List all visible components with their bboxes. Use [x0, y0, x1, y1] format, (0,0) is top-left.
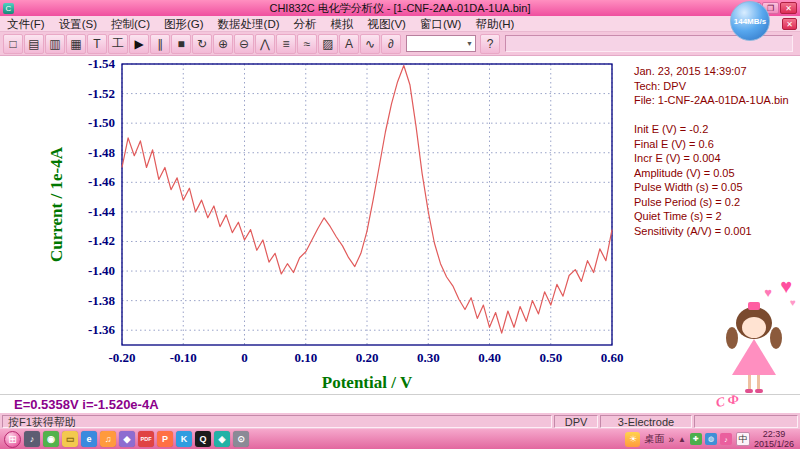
x-tick-label: 0.60	[601, 350, 624, 365]
tool-icon[interactable]: ◆	[119, 431, 135, 447]
info-line: File: 1-CNF-2AA-01DA-1UA.bin	[634, 93, 798, 108]
music-player-icon[interactable]: ♪	[24, 431, 40, 447]
status-electrode: 3-Electrode	[600, 415, 692, 428]
open-file-button[interactable]: ▤	[24, 34, 44, 54]
screen: C CHI832C 电化学分析仪 - [1-CNF-2AA-01DA-1UA.b…	[0, 0, 800, 449]
y-tick-label: -1.38	[88, 293, 116, 308]
sticker-letters: С Ф	[715, 391, 740, 411]
info-line: Final E (V) = 0.6	[634, 137, 798, 152]
info-line: Amplitude (V) = 0.05	[634, 166, 798, 181]
heart-icon: ♥	[790, 297, 796, 308]
desktop-toolbar-label[interactable]: 桌面	[644, 432, 664, 446]
overlay-plots-button[interactable]: ≈	[297, 34, 317, 54]
status-bar: 按F1获得帮助 DPV 3-Electrode	[0, 413, 800, 429]
pdf-reader-icon[interactable]: PDF	[138, 431, 154, 447]
info-line: Quiet Time (s) = 2	[634, 209, 798, 224]
browser-360-icon[interactable]: ◉	[43, 431, 59, 447]
input-method-indicator[interactable]: 中	[736, 432, 750, 446]
menu-items: 文件(F)设置(S)控制(C)图形(G)数据处理(D)分析模拟视图(V)窗口(W…	[0, 16, 521, 32]
toolbar: □▤▥▦T工▶∥■↻⊕⊖⋀≡≈▨A∿∂ ▼ ?	[0, 32, 800, 56]
taskbar-clock[interactable]: 22:39 2015/1/26	[754, 429, 796, 449]
pause-button[interactable]: ∥	[150, 34, 170, 54]
zoom-in-button[interactable]: ⊕	[213, 34, 233, 54]
font-options-button[interactable]: A	[339, 34, 359, 54]
tray-expand-icon[interactable]: ▲	[678, 435, 686, 444]
y-tick-label: -1.48	[88, 145, 116, 160]
taskbar-icons: ♪◉▭e♫◆PDFPKQ◈⊙	[24, 431, 249, 447]
status-help-text: 按F1获得帮助	[2, 415, 552, 428]
x-tick-label: 0.50	[539, 350, 562, 365]
girl-shoe	[755, 389, 763, 393]
reverse-scan-button[interactable]: ↻	[192, 34, 212, 54]
net-speed-widget[interactable]: 144MB/s	[730, 1, 770, 41]
menu-item-window[interactable]: 窗口(W)	[413, 16, 469, 32]
menu-item-view[interactable]: 视图(V)	[361, 16, 413, 32]
desktop-toolbar-chevron[interactable]: »	[668, 434, 674, 445]
girl-bow	[748, 302, 760, 310]
info-line: Incr E (V) = 0.004	[634, 151, 798, 166]
x-tick-label: 0.40	[478, 350, 501, 365]
tray-music-icon[interactable]: ♪	[720, 433, 732, 445]
technique-button[interactable]: T	[87, 34, 107, 54]
girl-leg	[757, 375, 760, 390]
x-tick-label: 0	[241, 350, 248, 365]
x-tick-label: 0.30	[417, 350, 440, 365]
taskbar: ⊞ ♪◉▭e♫◆PDFPKQ◈⊙ ☀ 桌面 » ▲ ✚◍♪ 中 22:39 20…	[0, 429, 800, 449]
y-tick-label: -1.36	[88, 322, 116, 337]
girl-dress	[732, 339, 776, 375]
peak-measure-button[interactable]: ⋀	[255, 34, 275, 54]
ie-browser-icon[interactable]: e	[81, 431, 97, 447]
menu-item-analysis[interactable]: 分析	[287, 16, 324, 32]
smooth-button[interactable]: ∿	[360, 34, 380, 54]
heart-icon: ♥	[780, 275, 792, 298]
menu-bar: 文件(F)设置(S)控制(C)图形(G)数据处理(D)分析模拟视图(V)窗口(W…	[0, 16, 800, 32]
derivative-button[interactable]: ∂	[381, 34, 401, 54]
tray-network-icon[interactable]: ◍	[705, 433, 717, 445]
menu-item-simulation[interactable]: 模拟	[324, 16, 361, 32]
y-tick-label: -1.46	[88, 174, 116, 189]
info-line: Pulse Period (s) = 0.2	[634, 195, 798, 210]
qq-icon[interactable]: Q	[195, 431, 211, 447]
kugou-icon[interactable]: K	[176, 431, 192, 447]
ppt-icon[interactable]: P	[157, 431, 173, 447]
media-icon[interactable]: ♫	[100, 431, 116, 447]
plot-work-area: -0.20-0.1000.100.200.300.400.500.60-1.54…	[0, 56, 800, 394]
close-button[interactable]: ✕	[780, 2, 797, 14]
data-list-button[interactable]: ≡	[276, 34, 296, 54]
menu-item-settings[interactable]: 设置(S)	[52, 16, 104, 32]
menu-item-control[interactable]: 控制(C)	[104, 16, 157, 32]
menu-item-file[interactable]: 文件(F)	[0, 16, 52, 32]
save-button[interactable]: ▥	[45, 34, 65, 54]
technique-dropdown[interactable]: ▼	[406, 35, 476, 52]
start-button[interactable]: ⊞	[4, 431, 21, 448]
cursor-readout: E=0.5358V i=-1.520e-4A	[14, 397, 159, 412]
menu-item-graphics[interactable]: 图形(G)	[157, 16, 211, 32]
folder-icon[interactable]: ▭	[62, 431, 78, 447]
info-line: Pulse Width (s) = 0.05	[634, 180, 798, 195]
girl-face	[742, 317, 766, 338]
info-line	[634, 108, 798, 123]
new-file-button[interactable]: □	[3, 34, 23, 54]
stop-button[interactable]: ■	[171, 34, 191, 54]
print-button[interactable]: ▦	[66, 34, 86, 54]
run-button[interactable]: ▶	[129, 34, 149, 54]
weather-icon[interactable]: ☀	[625, 432, 640, 447]
menu-item-data-processing[interactable]: 数据处理(D)	[211, 16, 287, 32]
tray-security-icon[interactable]: ✚	[690, 433, 702, 445]
help-button[interactable]: ?	[480, 34, 500, 54]
document-close-button[interactable]: ✕	[782, 18, 797, 30]
dpv-chart: -0.20-0.1000.100.200.300.400.500.60-1.54…	[0, 56, 660, 394]
y-tick-label: -1.44	[88, 204, 116, 219]
anime-girl-sticker: ♥ ♥ ♥ С Ф	[710, 275, 798, 427]
parameters-button[interactable]: 工	[108, 34, 128, 54]
color-options-button[interactable]: ▨	[318, 34, 338, 54]
menu-item-help[interactable]: 帮助(H)	[468, 16, 521, 32]
zoom-out-button[interactable]: ⊖	[234, 34, 254, 54]
clock-time: 22:39	[754, 429, 794, 439]
title-bar: C CHI832C 电化学分析仪 - [1-CNF-2AA-01DA-1UA.b…	[0, 0, 800, 16]
reader-icon[interactable]: ⊙	[233, 431, 249, 447]
girl-shoe	[745, 389, 753, 393]
x-tick-label: 0.20	[356, 350, 379, 365]
info-line: Init E (V) = -0.2	[634, 122, 798, 137]
messenger-icon[interactable]: ◈	[214, 431, 230, 447]
